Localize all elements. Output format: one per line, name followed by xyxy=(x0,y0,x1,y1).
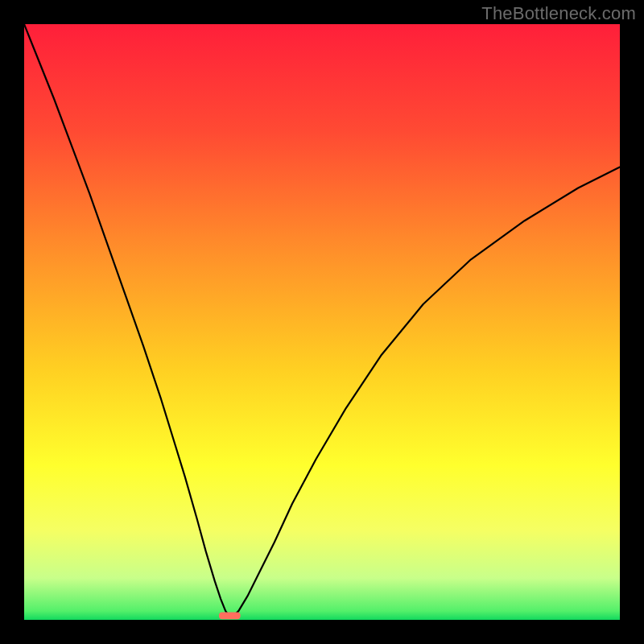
gradient-background xyxy=(24,24,620,620)
watermark-text: TheBottleneck.com xyxy=(481,3,636,24)
chart-frame: TheBottleneck.com xyxy=(0,0,644,644)
chart-svg xyxy=(24,24,620,620)
plot-area xyxy=(24,24,620,620)
optimal-marker xyxy=(219,612,241,619)
